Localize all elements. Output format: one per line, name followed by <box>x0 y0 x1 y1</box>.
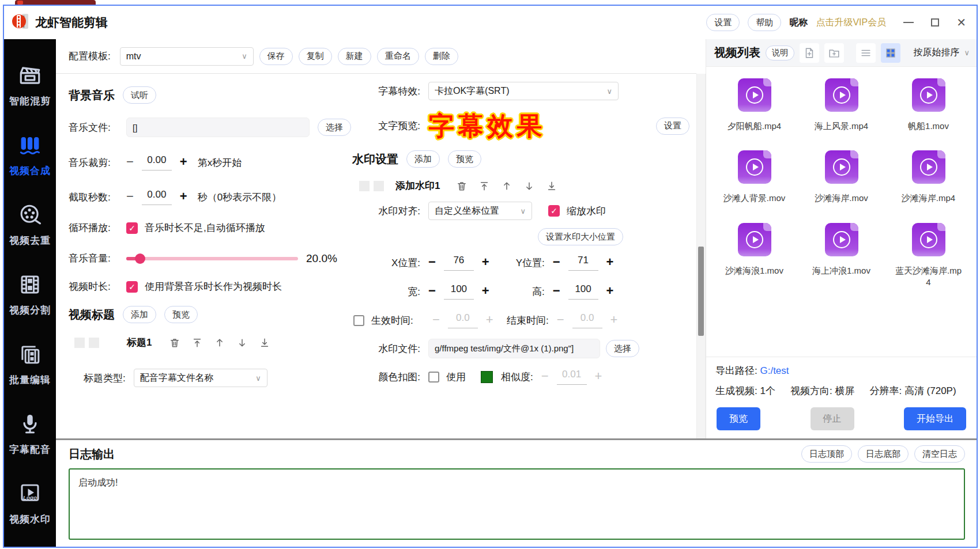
choose-music-button[interactable]: 选择 <box>318 119 351 136</box>
move-to-top-icon[interactable] <box>478 180 490 192</box>
copy-template-button[interactable]: 复制 <box>299 48 332 65</box>
scale-watermark-checkbox[interactable]: ✓ <box>548 205 560 217</box>
similarity-value[interactable]: 0.01 <box>557 369 587 385</box>
resolution-value[interactable]: 高清 (720P) <box>904 385 956 396</box>
delete-icon[interactable] <box>169 337 180 349</box>
music-volume-slider[interactable] <box>126 257 298 260</box>
clear-log-button[interactable]: 清空日志 <box>914 445 965 463</box>
sidebar-item-dedupe[interactable]: 视频去重 <box>4 190 56 260</box>
preview-title-button[interactable]: 预览 <box>164 306 198 323</box>
chroma-color-swatch[interactable] <box>481 371 493 383</box>
increment-button[interactable]: + <box>486 312 493 327</box>
width-value[interactable]: 100 <box>444 283 474 300</box>
video-item[interactable]: 夕阳帆船.mp4 <box>711 78 798 132</box>
title-type-select[interactable]: 配音字幕文件名称∨ <box>134 369 267 387</box>
add-file-button[interactable] <box>800 43 819 63</box>
video-item[interactable]: 沙滩海岸.mp4 <box>885 150 972 204</box>
vip-upgrade-link[interactable]: 点击升级VIP会员 <box>816 17 886 29</box>
log-bottom-button[interactable]: 日志底部 <box>858 445 909 463</box>
video-item[interactable]: 沙滩人背景.mov <box>711 150 798 204</box>
decrement-button[interactable]: − <box>432 312 440 327</box>
video-list-help-button[interactable]: 说明 <box>766 46 794 60</box>
decrement-button[interactable]: − <box>126 189 134 204</box>
decrement-button[interactable]: − <box>541 369 549 384</box>
watermark-file-input[interactable]: g/ffmpeg test/img/文件@1x (1).png"] <box>428 339 600 358</box>
sidebar-item-watermark[interactable]: Logo 视频水印 <box>4 469 56 539</box>
help-button[interactable]: 帮助 <box>748 14 781 31</box>
settings-scrollbar[interactable] <box>696 39 706 438</box>
move-down-icon[interactable] <box>523 180 535 192</box>
loop-play-checkbox[interactable]: ✓ <box>126 222 138 234</box>
move-up-icon[interactable] <box>214 337 225 349</box>
grid-view-button[interactable] <box>881 43 900 63</box>
effect-time-value[interactable]: 0.0 <box>448 312 478 328</box>
audition-button[interactable]: 试听 <box>123 86 156 104</box>
choose-watermark-button[interactable]: 选择 <box>606 340 639 357</box>
increment-button[interactable]: + <box>482 255 489 270</box>
video-item[interactable]: 海上风景.mp4 <box>798 78 885 132</box>
decrement-button[interactable]: − <box>553 255 560 270</box>
video-item[interactable]: 帆船1.mov <box>885 78 972 132</box>
config-template-select[interactable]: mtv∨ <box>120 47 254 66</box>
move-to-top-icon[interactable] <box>191 337 203 349</box>
rename-template-button[interactable]: 重命名 <box>377 48 419 65</box>
new-template-button[interactable]: 新建 <box>338 48 371 65</box>
set-watermark-size-button[interactable]: 设置水印大小位置 <box>538 228 623 245</box>
list-view-button[interactable] <box>856 43 876 63</box>
sidebar-item-smart-mix[interactable]: 智能混剪 <box>4 51 56 120</box>
subtitle-effect-select[interactable]: 卡拉OK字幕(SRT)∨ <box>428 82 619 100</box>
scrollbar-thumb[interactable] <box>698 247 704 336</box>
sidebar-item-subtitle-dub[interactable]: 字幕配音 <box>4 399 56 469</box>
music-file-input[interactable]: [] <box>126 118 310 137</box>
height-value[interactable]: 100 <box>568 283 598 300</box>
move-to-bottom-icon[interactable] <box>259 337 270 349</box>
sort-order-select[interactable]: 按原始排序∨ <box>913 47 970 59</box>
delete-icon[interactable] <box>456 180 468 192</box>
move-down-icon[interactable] <box>236 337 248 349</box>
subtitle-settings-button[interactable]: 设置 <box>656 118 689 135</box>
increment-button[interactable]: + <box>595 369 602 384</box>
save-template-button[interactable]: 保存 <box>259 48 293 65</box>
cut-seconds-value[interactable]: 0.00 <box>142 189 172 205</box>
generate-count-value[interactable]: 1个 <box>760 385 775 396</box>
preview-button[interactable]: 预览 <box>717 407 760 430</box>
chroma-use-checkbox[interactable] <box>428 372 439 383</box>
orientation-value[interactable]: 横屏 <box>835 385 854 396</box>
slider-handle[interactable] <box>135 253 145 264</box>
increment-button[interactable]: + <box>606 283 614 298</box>
video-item[interactable]: 蓝天沙滩海岸.mp4 <box>885 223 972 289</box>
effect-time-checkbox[interactable] <box>353 315 364 326</box>
decrement-button[interactable]: − <box>553 283 560 298</box>
settings-button[interactable]: 设置 <box>706 14 740 31</box>
maximize-button[interactable] <box>931 18 939 26</box>
stop-button[interactable]: 停止 <box>811 407 854 430</box>
delete-template-button[interactable]: 删除 <box>425 48 458 65</box>
sidebar-item-split[interactable]: 视频分割 <box>4 260 56 330</box>
sidebar-item-batch-edit[interactable]: 批量编辑 <box>4 330 56 399</box>
sidebar-item-video-compose[interactable]: 视频合成 <box>4 120 56 190</box>
preview-watermark-button[interactable]: 预览 <box>448 150 481 168</box>
add-folder-button[interactable] <box>824 43 844 63</box>
video-item[interactable]: 沙滩海岸.mov <box>798 150 885 204</box>
export-path-value[interactable]: G:/test <box>760 365 789 376</box>
increment-button[interactable]: + <box>606 255 614 270</box>
log-output-box[interactable]: 启动成功! <box>69 468 965 540</box>
log-top-button[interactable]: 日志顶部 <box>801 445 852 463</box>
close-button[interactable]: ✕ <box>956 17 966 28</box>
minimize-button[interactable] <box>903 22 914 23</box>
video-item[interactable]: 海上冲浪1.mov <box>798 223 885 289</box>
watermark-align-select[interactable]: 自定义坐标位置∨ <box>428 202 532 220</box>
move-to-bottom-icon[interactable] <box>546 180 557 192</box>
increment-button[interactable]: + <box>180 189 187 204</box>
move-up-icon[interactable] <box>501 180 512 192</box>
increment-button[interactable]: + <box>180 154 187 169</box>
decrement-button[interactable]: − <box>428 283 436 298</box>
decrement-button[interactable]: − <box>126 154 134 169</box>
increment-button[interactable]: + <box>482 283 489 298</box>
start-export-button[interactable]: 开始导出 <box>904 407 966 430</box>
end-time-value[interactable]: 0.0 <box>572 312 602 328</box>
music-trim-value[interactable]: 0.00 <box>142 154 172 171</box>
x-position-value[interactable]: 76 <box>444 255 474 271</box>
decrement-button[interactable]: − <box>557 312 564 327</box>
y-position-value[interactable]: 71 <box>568 255 598 271</box>
